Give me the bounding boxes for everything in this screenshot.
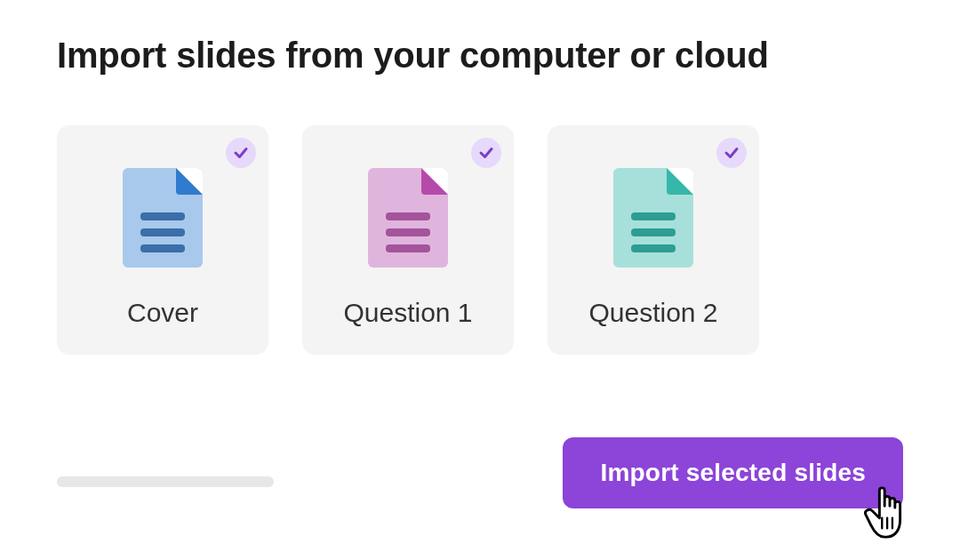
slide-card-list: Cover Question 1 <box>57 125 903 355</box>
selected-badge <box>471 138 501 168</box>
document-icon <box>123 168 203 268</box>
slide-card-label: Question 2 <box>588 298 717 328</box>
import-slides-dialog: Import slides from your computer or clou… <box>0 0 960 355</box>
slide-card-label: Question 1 <box>343 298 472 328</box>
slide-card[interactable]: Question 2 <box>548 125 759 355</box>
check-icon <box>724 145 740 161</box>
import-selected-button[interactable]: Import selected slides <box>563 437 903 508</box>
slide-card[interactable]: Question 1 <box>302 125 514 355</box>
document-icon <box>613 168 693 268</box>
document-icon <box>368 168 448 268</box>
page-title: Import slides from your computer or clou… <box>57 36 903 76</box>
slide-card-label: Cover <box>127 298 198 328</box>
check-icon <box>478 145 494 161</box>
progress-track <box>57 476 274 487</box>
selected-badge <box>716 138 747 168</box>
selected-badge <box>226 138 256 168</box>
bottom-bar: Import selected slides <box>57 437 903 508</box>
slide-card[interactable]: Cover <box>57 125 268 355</box>
check-icon <box>233 145 249 161</box>
